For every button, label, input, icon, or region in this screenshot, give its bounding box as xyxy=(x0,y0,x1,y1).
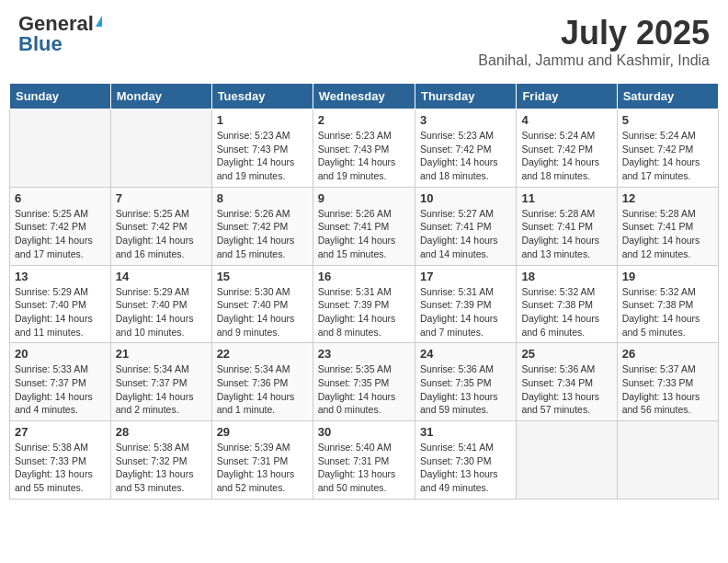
day-header-wednesday: Wednesday xyxy=(313,84,415,109)
day-number: 19 xyxy=(622,270,713,283)
location-title: Banihal, Jammu and Kashmir, India xyxy=(478,52,710,69)
day-number: 24 xyxy=(420,347,511,361)
title-section: July 2025 Banihal, Jammu and Kashmir, In… xyxy=(478,14,710,69)
calendar-cell: 11Sunrise: 5:28 AM Sunset: 7:41 PM Dayli… xyxy=(517,187,617,265)
calendar-cell: 5Sunrise: 5:24 AM Sunset: 7:42 PM Daylig… xyxy=(617,109,718,188)
day-info: Sunrise: 5:40 AM Sunset: 7:31 PM Dayligh… xyxy=(318,441,410,495)
day-header-thursday: Thursday xyxy=(415,84,516,109)
day-info: Sunrise: 5:36 AM Sunset: 7:34 PM Dayligh… xyxy=(521,362,611,417)
calendar-cell xyxy=(517,421,617,500)
day-info: Sunrise: 5:35 AM Sunset: 7:35 PM Dayligh… xyxy=(318,362,410,417)
calendar-cell: 13Sunrise: 5:29 AM Sunset: 7:40 PM Dayli… xyxy=(10,265,111,343)
calendar-cell: 4Sunrise: 5:24 AM Sunset: 7:42 PM Daylig… xyxy=(517,109,617,188)
day-info: Sunrise: 5:28 AM Sunset: 7:41 PM Dayligh… xyxy=(622,207,713,261)
calendar-cell: 8Sunrise: 5:26 AM Sunset: 7:42 PM Daylig… xyxy=(211,187,313,265)
day-info: Sunrise: 5:23 AM Sunset: 7:42 PM Dayligh… xyxy=(420,129,511,183)
calendar-cell xyxy=(10,109,111,188)
day-number: 5 xyxy=(622,113,713,127)
calendar-cell: 3Sunrise: 5:23 AM Sunset: 7:42 PM Daylig… xyxy=(415,109,516,188)
logo-blue-text: Blue xyxy=(18,34,63,54)
day-info: Sunrise: 5:23 AM Sunset: 7:43 PM Dayligh… xyxy=(217,129,308,183)
day-number: 22 xyxy=(217,347,308,361)
calendar-cell: 10Sunrise: 5:27 AM Sunset: 7:41 PM Dayli… xyxy=(415,187,516,265)
day-number: 16 xyxy=(318,270,410,283)
day-info: Sunrise: 5:33 AM Sunset: 7:37 PM Dayligh… xyxy=(15,362,106,417)
calendar-cell xyxy=(110,109,211,188)
day-info: Sunrise: 5:41 AM Sunset: 7:30 PM Dayligh… xyxy=(420,441,511,495)
day-number: 31 xyxy=(420,425,511,439)
calendar-cell: 24Sunrise: 5:36 AM Sunset: 7:35 PM Dayli… xyxy=(415,343,516,421)
day-info: Sunrise: 5:38 AM Sunset: 7:32 PM Dayligh… xyxy=(116,441,207,495)
day-info: Sunrise: 5:27 AM Sunset: 7:41 PM Dayligh… xyxy=(420,207,511,261)
calendar-cell xyxy=(617,421,718,500)
day-header-sunday: Sunday xyxy=(10,84,111,109)
day-header-tuesday: Tuesday xyxy=(211,84,313,109)
day-number: 21 xyxy=(116,347,207,361)
day-number: 20 xyxy=(15,347,106,361)
day-number: 1 xyxy=(217,113,308,127)
day-info: Sunrise: 5:23 AM Sunset: 7:43 PM Dayligh… xyxy=(318,129,410,183)
logo-general-text: General xyxy=(18,14,94,34)
day-number: 14 xyxy=(116,270,207,283)
day-header-monday: Monday xyxy=(110,84,211,109)
calendar-cell: 27Sunrise: 5:38 AM Sunset: 7:33 PM Dayli… xyxy=(10,421,111,500)
day-number: 26 xyxy=(622,347,713,361)
calendar-cell: 30Sunrise: 5:40 AM Sunset: 7:31 PM Dayli… xyxy=(313,421,415,500)
calendar-cell: 16Sunrise: 5:31 AM Sunset: 7:39 PM Dayli… xyxy=(313,265,415,343)
day-number: 2 xyxy=(318,113,410,127)
day-info: Sunrise: 5:26 AM Sunset: 7:42 PM Dayligh… xyxy=(217,207,308,261)
day-info: Sunrise: 5:32 AM Sunset: 7:38 PM Dayligh… xyxy=(521,285,611,339)
day-info: Sunrise: 5:24 AM Sunset: 7:42 PM Dayligh… xyxy=(521,129,611,183)
calendar-week-3: 13Sunrise: 5:29 AM Sunset: 7:40 PM Dayli… xyxy=(10,265,719,343)
day-number: 3 xyxy=(420,113,511,127)
day-info: Sunrise: 5:31 AM Sunset: 7:39 PM Dayligh… xyxy=(420,285,511,339)
day-number: 27 xyxy=(15,425,106,439)
day-info: Sunrise: 5:37 AM Sunset: 7:33 PM Dayligh… xyxy=(622,362,713,417)
calendar-week-2: 6Sunrise: 5:25 AM Sunset: 7:42 PM Daylig… xyxy=(10,187,719,265)
calendar-cell: 29Sunrise: 5:39 AM Sunset: 7:31 PM Dayli… xyxy=(211,421,313,500)
calendar-cell: 12Sunrise: 5:28 AM Sunset: 7:41 PM Dayli… xyxy=(617,187,718,265)
calendar-cell: 1Sunrise: 5:23 AM Sunset: 7:43 PM Daylig… xyxy=(211,109,313,188)
calendar-header-row: SundayMondayTuesdayWednesdayThursdayFrid… xyxy=(10,84,719,109)
day-info: Sunrise: 5:28 AM Sunset: 7:41 PM Dayligh… xyxy=(521,207,611,261)
day-info: Sunrise: 5:34 AM Sunset: 7:36 PM Dayligh… xyxy=(217,362,308,417)
calendar-cell: 21Sunrise: 5:34 AM Sunset: 7:37 PM Dayli… xyxy=(110,343,211,421)
day-number: 23 xyxy=(318,347,410,361)
day-number: 4 xyxy=(521,113,611,127)
day-number: 13 xyxy=(15,270,106,283)
month-title: July 2025 xyxy=(478,14,710,52)
calendar-cell: 22Sunrise: 5:34 AM Sunset: 7:36 PM Dayli… xyxy=(211,343,313,421)
day-number: 15 xyxy=(217,270,308,283)
day-info: Sunrise: 5:25 AM Sunset: 7:42 PM Dayligh… xyxy=(15,207,106,261)
day-number: 6 xyxy=(15,191,106,205)
day-number: 30 xyxy=(318,425,410,439)
calendar-cell: 19Sunrise: 5:32 AM Sunset: 7:38 PM Dayli… xyxy=(617,265,718,343)
calendar-cell: 6Sunrise: 5:25 AM Sunset: 7:42 PM Daylig… xyxy=(10,187,111,265)
day-number: 8 xyxy=(217,191,308,205)
calendar-cell: 17Sunrise: 5:31 AM Sunset: 7:39 PM Dayli… xyxy=(415,265,516,343)
day-info: Sunrise: 5:24 AM Sunset: 7:42 PM Dayligh… xyxy=(622,129,713,183)
day-number: 18 xyxy=(521,270,611,283)
calendar-cell: 7Sunrise: 5:25 AM Sunset: 7:42 PM Daylig… xyxy=(110,187,211,265)
calendar-cell: 31Sunrise: 5:41 AM Sunset: 7:30 PM Dayli… xyxy=(415,421,516,500)
calendar-cell: 2Sunrise: 5:23 AM Sunset: 7:43 PM Daylig… xyxy=(313,109,415,188)
calendar-cell: 18Sunrise: 5:32 AM Sunset: 7:38 PM Dayli… xyxy=(517,265,617,343)
day-number: 9 xyxy=(318,191,410,205)
calendar-cell: 15Sunrise: 5:30 AM Sunset: 7:40 PM Dayli… xyxy=(211,265,313,343)
day-info: Sunrise: 5:25 AM Sunset: 7:42 PM Dayligh… xyxy=(116,207,207,261)
day-info: Sunrise: 5:26 AM Sunset: 7:41 PM Dayligh… xyxy=(318,207,410,261)
day-number: 7 xyxy=(116,191,207,205)
day-info: Sunrise: 5:29 AM Sunset: 7:40 PM Dayligh… xyxy=(116,285,207,339)
page-header: General Blue July 2025 Banihal, Jammu an… xyxy=(9,9,719,74)
day-info: Sunrise: 5:30 AM Sunset: 7:40 PM Dayligh… xyxy=(217,285,308,339)
day-number: 10 xyxy=(420,191,511,205)
calendar-week-4: 20Sunrise: 5:33 AM Sunset: 7:37 PM Dayli… xyxy=(10,343,719,421)
calendar-cell: 28Sunrise: 5:38 AM Sunset: 7:32 PM Dayli… xyxy=(110,421,211,500)
day-number: 25 xyxy=(521,347,611,361)
day-number: 28 xyxy=(116,425,207,439)
calendar-cell: 20Sunrise: 5:33 AM Sunset: 7:37 PM Dayli… xyxy=(10,343,111,421)
calendar-cell: 25Sunrise: 5:36 AM Sunset: 7:34 PM Dayli… xyxy=(517,343,617,421)
day-info: Sunrise: 5:38 AM Sunset: 7:33 PM Dayligh… xyxy=(15,441,106,495)
day-number: 12 xyxy=(622,191,713,205)
calendar-cell: 23Sunrise: 5:35 AM Sunset: 7:35 PM Dayli… xyxy=(313,343,415,421)
